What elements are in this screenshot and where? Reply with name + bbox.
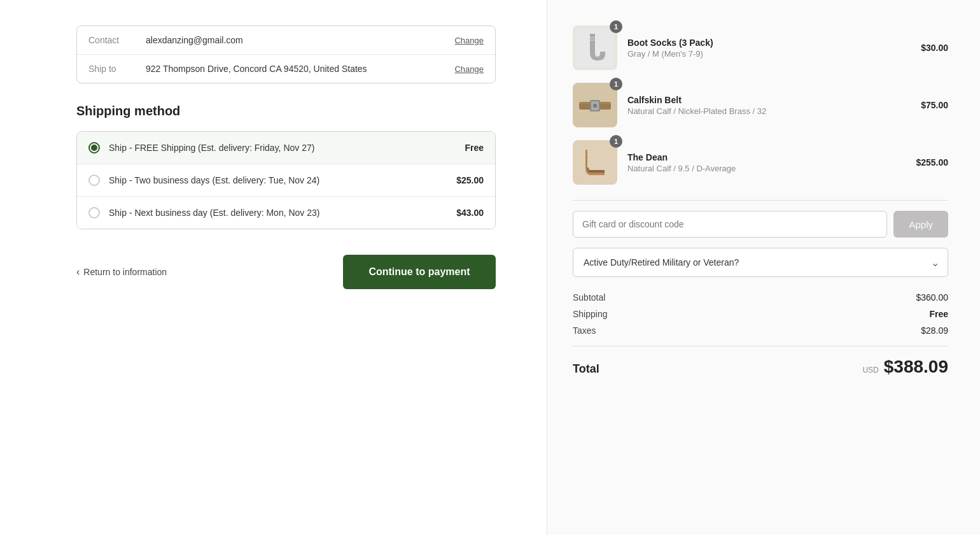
shipping-two-day-price: $25.00 [456,175,484,185]
radio-free-inner [91,145,97,151]
belt-details: Calfskin Belt Natural Calf / Nickel-Plat… [627,95,911,116]
belt-image [573,83,617,127]
radio-next-day [88,207,100,218]
shipping-option-free[interactable]: Ship - FREE Shipping (Est. delivery: Fri… [77,132,495,164]
discount-row: Apply [573,211,948,238]
continue-to-payment-button[interactable]: Continue to payment [343,255,496,289]
contact-change-link[interactable]: Change [454,36,484,45]
socks-badge: 1 [610,20,622,33]
radio-two-day [88,175,100,186]
radio-free [88,142,100,153]
total-amount-wrap: USD $388.09 [862,357,948,377]
belt-name: Calfskin Belt [627,95,911,105]
shipping-method-title: Shipping method [76,104,496,118]
socks-price: $30.00 [921,43,948,53]
belt-variant: Natural Calf / Nickel-Plated Brass / 32 [627,106,911,116]
order-summary: Subtotal $360.00 Shipping Free Taxes $28… [573,292,948,336]
contact-value: alexdanzing@gmail.com [146,35,454,45]
shipping-options-box: Ship - FREE Shipping (Est. delivery: Fri… [76,131,496,229]
order-item-belt: 1 Calfskin Belt Natural Calf / Nickel-Pl… [573,83,948,127]
subtotal-row: Subtotal $360.00 [573,292,948,303]
right-panel: 1 Boot Socks (3 Pack) Gray / M (Men's 7-… [547,0,980,535]
taxes-label: Taxes [573,325,596,336]
shipping-free-label: Ship - FREE Shipping (Est. delivery: Fri… [109,143,465,153]
info-box: Contact alexdanzing@gmail.com Change Shi… [76,25,496,83]
contact-label: Contact [88,35,146,45]
return-link-label: Return to information [83,267,167,277]
socks-details: Boot Socks (3 Pack) Gray / M (Men's 7-9) [627,38,911,59]
shipto-row: Ship to 922 Thompson Drive, Concord CA 9… [77,54,495,83]
order-item-boot: 1 The Dean Natural Calf / 9.5 / D-Averag… [573,140,948,185]
items-divider [573,200,948,201]
military-dropdown[interactable]: Active Duty/Retired Military or Veteran?… [573,248,948,277]
shipping-next-day-price: $43.00 [456,208,484,218]
boot-badge: 1 [610,135,622,148]
boot-name: The Dean [627,152,906,162]
chevron-left-icon: ‹ [76,266,80,278]
socks-image [573,25,617,70]
shipping-next-day-label: Ship - Next business day (Est. delivery:… [109,208,456,218]
order-item-socks: 1 Boot Socks (3 Pack) Gray / M (Men's 7-… [573,25,948,70]
shipping-summary-label: Shipping [573,309,608,319]
svg-point-8 [593,104,597,108]
socks-image-wrap: 1 [573,25,617,70]
belt-price: $75.00 [921,100,948,110]
total-row: Total USD $388.09 [573,357,948,377]
socks-name: Boot Socks (3 Pack) [627,38,911,48]
order-items: 1 Boot Socks (3 Pack) Gray / M (Men's 7-… [573,25,948,185]
apply-button[interactable]: Apply [893,211,948,238]
shipto-label: Ship to [88,64,146,74]
shipping-free-price: Free [465,143,484,153]
discount-input[interactable] [573,211,887,238]
shipto-change-link[interactable]: Change [454,64,484,74]
shipping-two-day-label: Ship - Two business days (Est. delivery:… [109,175,456,185]
svg-rect-9 [576,143,614,182]
left-panel: Contact alexdanzing@gmail.com Change Shi… [0,0,547,535]
boot-image-wrap: 1 [573,140,617,185]
total-amount: $388.09 [884,357,948,377]
total-currency: USD [862,366,878,374]
shipping-option-next-day[interactable]: Ship - Next business day (Est. delivery:… [77,196,495,229]
return-to-info-link[interactable]: ‹ Return to information [76,266,167,278]
boot-price: $255.00 [916,157,948,168]
total-label: Total [573,362,599,376]
military-dropdown-wrap: Active Duty/Retired Military or Veteran?… [573,248,948,277]
taxes-value: $28.09 [921,325,948,336]
belt-badge: 1 [610,78,622,90]
belt-image-wrap: 1 [573,83,617,127]
shipping-summary-value: Free [929,309,948,319]
total-divider [573,346,948,346]
bottom-actions: ‹ Return to information Continue to paym… [76,255,496,289]
shipto-value: 922 Thompson Drive, Concord CA 94520, Un… [146,64,454,74]
boot-details: The Dean Natural Calf / 9.5 / D-Average [627,152,906,173]
boot-variant: Natural Calf / 9.5 / D-Average [627,164,906,173]
contact-row: Contact alexdanzing@gmail.com Change [77,26,495,54]
shipping-row: Shipping Free [573,309,948,319]
subtotal-label: Subtotal [573,292,605,303]
boot-image [573,140,617,185]
taxes-row: Taxes $28.09 [573,325,948,336]
shipping-option-two-day[interactable]: Ship - Two business days (Est. delivery:… [77,164,495,196]
subtotal-value: $360.00 [916,292,948,303]
socks-variant: Gray / M (Men's 7-9) [627,49,911,59]
